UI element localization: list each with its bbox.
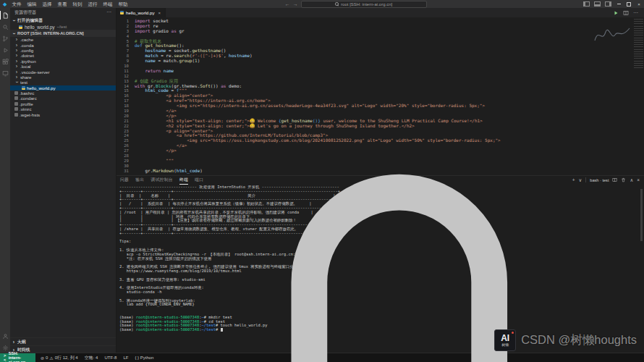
section-workspace-root[interactable]: › ROOT [SSH: INTERN-AI.ORG.CN] — [10, 30, 116, 37]
search-sidebar-icon[interactable] — [0, 21, 10, 33]
notifications-bell-icon[interactable] — [159, 117, 640, 362]
chevron-icon: › — [14, 75, 19, 80]
tree-item-.cache[interactable]: ›.cache — [10, 37, 116, 42]
explorer-icon[interactable] — [0, 9, 10, 21]
status-item-4[interactable]: { } Python — [135, 355, 153, 360]
line-number: 30 — [116, 164, 135, 169]
code-line: 11 return name — [116, 69, 644, 74]
tree-item-label: .condarc — [20, 96, 37, 101]
menu-item-3[interactable]: 查看 — [54, 0, 69, 8]
status-item-2[interactable]: UTF-8 — [104, 355, 116, 360]
python-file-icon — [19, 25, 22, 29]
remote-explorer-icon[interactable] — [0, 67, 10, 79]
line-number: 21 — [116, 119, 135, 124]
status-item-3[interactable]: LF — [123, 355, 128, 360]
close-window-button[interactable]: × — [634, 0, 644, 8]
tree-item-.ipython[interactable]: ›.ipython — [10, 59, 116, 64]
status-item-1[interactable]: 空格: 4 — [85, 355, 98, 361]
tree-item-label: .local — [20, 64, 30, 69]
menu-item-5[interactable]: 运行 — [85, 0, 100, 8]
title-bar: ◆ 文件编辑选择查看转到运行终端帮助 ← → root [SSH: intern… — [0, 0, 644, 8]
tab-close-icon[interactable]: × — [158, 11, 161, 15]
line-number: 2 — [116, 24, 135, 29]
line-number: 24 — [116, 133, 135, 138]
line-number: 22 — [116, 124, 135, 129]
back-icon[interactable]: ← — [285, 1, 290, 7]
account-icon[interactable] — [0, 330, 10, 342]
tree-item-label: .bashrc — [20, 90, 34, 96]
tree-item-hello_world.py[interactable]: hello_world.py — [10, 85, 116, 90]
tree-item-label: .vscode-server — [20, 70, 50, 75]
run-python-file-icon[interactable] — [613, 10, 619, 16]
menu-item-6[interactable]: 终端 — [100, 0, 115, 8]
tree-item-.vscode-server[interactable]: ›.vscode-server — [10, 69, 116, 74]
tree-item-.condarc[interactable]: .condarc — [10, 96, 116, 101]
code-line: 1import socket — [116, 19, 644, 24]
explorer-more-actions-icon[interactable]: ⋯ — [106, 9, 111, 15]
menu-item-1[interactable]: 编辑 — [24, 0, 39, 8]
code-line: 19 </a> — [116, 109, 644, 114]
chevron-icon: › — [14, 59, 19, 64]
line-number: 5 — [116, 39, 135, 44]
terminal-scrollbar[interactable] — [640, 189, 643, 241]
error-count: 0 — [46, 355, 48, 360]
file-icon — [14, 91, 18, 95]
line-number: 11 — [116, 69, 135, 74]
title-bar-right: × — [581, 0, 644, 8]
tree-item-test[interactable]: ›test — [10, 80, 116, 85]
tree-item-.config[interactable]: ›.config — [10, 48, 116, 53]
signature-watermark — [592, 22, 632, 48]
command-center[interactable]: root [SSH: intern-ai.org.cn] — [301, 1, 427, 8]
menu-item-4[interactable]: 转到 — [69, 0, 85, 8]
line-number: 18 — [116, 104, 135, 109]
section-open-editors[interactable]: › 打开的编辑器 — [10, 17, 116, 24]
remote-indicator[interactable]: >< SSH: intern-ai.org.cn — [0, 353, 35, 362]
panel-tab-输出[interactable]: 输出 — [135, 175, 144, 185]
chevron-icon: › — [14, 48, 19, 53]
tree-item-label: .vimrc — [20, 106, 32, 111]
line-number: 20 — [116, 114, 135, 119]
title-bar-center: ← → root [SSH: intern-ai.org.cn] — [130, 1, 581, 8]
status-item-0[interactable]: 行 12, 列 4 — [57, 355, 78, 361]
file-icon — [14, 102, 18, 106]
menu-item-7[interactable]: 帮助 — [115, 0, 130, 8]
file-icon — [14, 96, 18, 100]
tree-item-.wget-hsts[interactable]: .wget-hsts — [10, 111, 116, 117]
menu-item-2[interactable]: 选择 — [39, 0, 54, 8]
file-icon — [14, 113, 18, 117]
maximize-button[interactable] — [624, 0, 634, 8]
menu-bar: 文件编辑选择查看转到运行终端帮助 — [9, 0, 130, 8]
tree-item-label: hello_world.py — [27, 85, 56, 90]
minimap[interactable] — [634, 19, 643, 70]
toggle-secondary-sidebar-icon[interactable] — [605, 1, 611, 7]
section-outline[interactable]: › 大纲 — [10, 337, 116, 345]
menu-item-0[interactable]: 文件 — [9, 0, 24, 8]
status-left: >< SSH: intern-ai.org.cn ⊘ 0 ⚠ 0 — [0, 353, 57, 362]
minimize-button[interactable] — [614, 0, 624, 8]
panel-tab-问题[interactable]: 问题 — [120, 175, 129, 185]
tree-item-.conda[interactable]: ›.conda — [10, 42, 116, 47]
toggle-panel-icon[interactable] — [594, 1, 601, 7]
tree-item-.bashrc[interactable]: .bashrc — [10, 90, 116, 96]
tab-hello-world[interactable]: hello_world.py × — [116, 8, 166, 17]
tree-item-share[interactable]: ›share — [10, 75, 116, 80]
line-number: 6 — [116, 43, 135, 49]
sidebar-title: 资源管理器 — [14, 9, 36, 16]
open-editor-item[interactable]: hello_world.py ~/test — [10, 24, 116, 30]
csdn-watermark: AI 树懒 CSDN @树懒houghts — [494, 329, 637, 351]
tree-item-.profile[interactable]: .profile — [10, 101, 116, 106]
tree-item-.local[interactable]: ›.local — [10, 64, 116, 69]
source-control-icon[interactable] — [0, 33, 10, 44]
problems-status[interactable]: ⊘ 0 ⚠ 0 — [41, 355, 57, 361]
split-editor-icon[interactable] — [623, 10, 629, 16]
editor-more-actions-icon[interactable]: ⋯ — [633, 10, 638, 16]
forward-icon[interactable]: → — [293, 1, 298, 7]
run-debug-icon[interactable] — [0, 44, 10, 56]
open-editor-path: ~/test — [57, 25, 67, 29]
chevron-right-icon: › — [12, 340, 16, 345]
tree-item-.vimrc[interactable]: .vimrc — [10, 106, 116, 111]
tree-item-.dotnet[interactable]: ›.dotnet — [10, 53, 116, 58]
workspace-root-label: ROOT [SSH: INTERN-AI.ORG.CN] — [17, 31, 84, 35]
extensions-icon[interactable] — [0, 56, 10, 67]
toggle-sidebar-icon[interactable] — [583, 1, 590, 7]
